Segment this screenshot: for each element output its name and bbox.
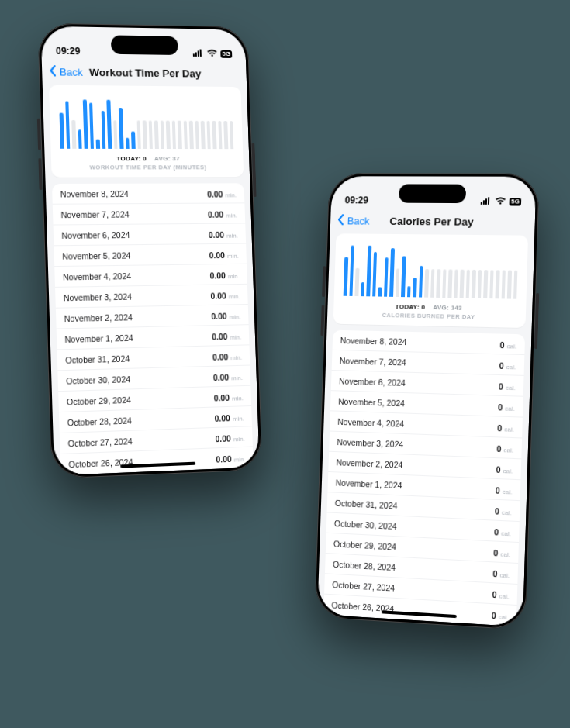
status-time: 09:29 [345,195,369,205]
screen: 09:29 5G Back Wo [40,26,259,476]
row-date: October 27, 2024 [332,579,395,592]
chart-bar [171,120,176,149]
row-value: 0cal. [496,461,513,476]
chart-bar [71,120,76,149]
row-date: October 28, 2024 [67,416,132,427]
table-row[interactable]: November 5, 20240.00min. [54,244,247,267]
row-value: 0cal. [495,482,513,498]
svg-rect-0 [193,53,195,57]
volume-up-icon [37,119,41,150]
row-value: 0cal. [495,502,513,518]
svg-rect-2 [198,50,199,57]
chart-bar [495,270,499,298]
row-value: 0cal. [498,399,515,413]
phone-mockup-right: 09:29 5G Back Ca [314,173,540,630]
chart-bar [101,111,105,149]
row-date: October 29, 2024 [67,395,131,406]
chart-caption: CALORIES BURNED PER DAY [341,311,518,322]
chart-bar [178,120,182,149]
chart-bar [501,270,506,298]
row-date: November 8, 2024 [60,188,129,198]
cellular-signal-icon [193,49,204,58]
chart-card: TODAY: 0 AVG: 143 CALORIES BURNED PER DA… [333,233,528,328]
row-value: 0.00min. [213,368,244,383]
avg-label: AVG: [154,155,171,162]
chart-bar [59,113,64,149]
row-value: 0.00min. [213,389,244,404]
volume-down-icon [38,158,42,190]
row-date: November 3, 2024 [337,436,403,448]
chart-bar [366,246,371,297]
avg-label: AVG: [433,304,449,312]
volume-up-icon [322,266,326,297]
wifi-icon [207,50,218,59]
back-button[interactable]: Back [337,214,370,227]
chart-bar [513,270,518,298]
table-row[interactable]: November 6, 20240.00min. [54,223,247,246]
chart-bar [65,101,71,148]
svg-rect-3 [200,49,202,57]
network-badge: 5G [221,50,233,58]
row-value: 0.00min. [216,450,246,465]
row-date: November 1, 2024 [64,333,133,343]
chart-bar [223,121,228,150]
row-date: October 31, 2024 [335,498,398,510]
wifi-icon [495,197,506,206]
chart-bar [89,103,94,149]
back-button[interactable]: Back [48,64,83,78]
chart-caption: WORKOUT TIME PER DAY (MINUTES) [59,164,236,171]
chevron-left-icon [337,214,346,227]
table-row[interactable]: November 8, 20240.00min. [52,183,244,204]
chart-bar [126,138,130,149]
back-label: Back [60,66,83,78]
row-date: November 5, 2024 [62,250,131,260]
row-value: 0.00min. [209,267,240,281]
chart-bar [183,120,188,149]
row-value: 0cal. [491,607,509,623]
chart-bar [136,120,141,149]
side-button-icon [252,143,257,197]
chart-bar [148,120,153,149]
table-row[interactable]: November 7, 20240.00min. [53,203,245,225]
svg-rect-1 [195,52,197,57]
avg-value: 143 [451,304,462,311]
chart-bar [78,129,81,149]
chart-bar [419,266,423,298]
table-row[interactable]: November 4, 20240.00min. [54,264,247,288]
chart-bar [83,99,88,148]
svg-rect-6 [485,198,487,205]
row-date: October 27, 2024 [67,436,132,447]
data-list[interactable]: November 8, 20240.00min.November 7, 2024… [52,183,254,475]
nav-bar: Back Workout Time Per Day [42,58,247,88]
today-value: 0 [421,304,425,311]
row-date: November 1, 2024 [336,478,402,490]
chart-bar [131,132,135,149]
chart-bar [507,270,512,298]
cellular-signal-icon [481,197,492,206]
chart-bar [119,108,123,149]
svg-rect-5 [483,200,485,205]
chart-bar [424,269,429,298]
chart-bar [396,268,400,297]
today-label: TODAY: [396,303,420,311]
row-date: November 2, 2024 [336,457,402,470]
svg-rect-4 [481,202,482,205]
row-date: October 29, 2024 [333,539,396,551]
screen: 09:29 5G Back Ca [317,176,536,626]
chart-bar [166,120,171,149]
data-list[interactable]: November 8, 20240cal.November 7, 20240ca… [323,330,525,626]
chart-bar [447,269,452,298]
row-date: November 4, 2024 [337,416,404,428]
chart-bar [460,269,465,298]
row-date: November 5, 2024 [338,396,405,408]
svg-rect-7 [488,197,489,205]
bar-chart [342,241,520,298]
chart-bar [401,256,406,297]
row-value: 0.00min. [208,226,238,240]
row-date: November 4, 2024 [63,271,132,281]
chart-bar [454,269,458,298]
chart-bar [349,246,354,296]
chart-bar [212,121,216,150]
row-value: 0cal. [499,336,516,351]
today-value: 0 [143,155,147,162]
